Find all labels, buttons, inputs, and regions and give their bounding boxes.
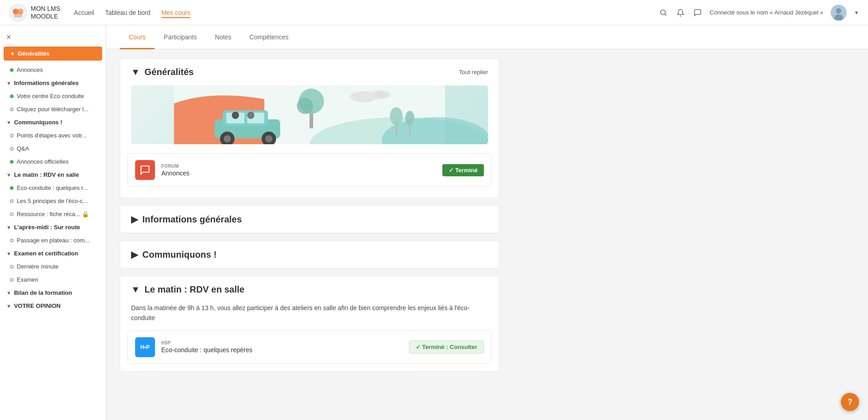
brand-top-label: MON LMS [31, 5, 60, 13]
chevron-down-icon: ▼ [6, 172, 11, 178]
help-button[interactable]: ? [841, 393, 859, 411]
svg-point-17 [297, 98, 313, 114]
svg-point-31 [247, 112, 254, 119]
sidebar-section-communiquons[interactable]: ▼ Communiquons ! [0, 116, 106, 129]
sidebar-item-annonces[interactable]: Annonces [0, 63, 106, 76]
tab-notes[interactable]: Notes [206, 25, 241, 49]
sidebar-section-label: Généralités [18, 50, 50, 57]
sidebar-item-derniere-minute[interactable]: Dernière minute [0, 260, 106, 273]
navbar: MON LMS MOODLE Accueil Tableau de bord M… [0, 0, 868, 25]
svg-point-30 [232, 112, 239, 119]
course-content: ▼ Généralités Tout replier [106, 49, 513, 388]
sidebar-item-points-etapes[interactable]: Points d'étapes avec votr... [0, 129, 106, 142]
sidebar-item-ressource-fiche[interactable]: Ressource : fiche réca... 🔒 [0, 208, 106, 221]
dot-empty-icon [10, 265, 14, 269]
item-badge-termine[interactable]: ✓ Terminé [442, 164, 484, 176]
item-name-label: Eco-conduite : quelques repères [161, 346, 403, 354]
chevron-down-icon: ▼ [131, 284, 140, 295]
h5p-item-info: H5P Eco-conduite : quelques repères [161, 340, 403, 354]
svg-point-4 [661, 10, 666, 15]
dot-empty-icon [10, 239, 14, 242]
user-avatar[interactable] [830, 5, 847, 21]
section-communiquons-title: ▶ Communiquons ! [131, 249, 216, 260]
section-generalites-header[interactable]: ▼ Généralités Tout replier [120, 59, 499, 85]
dot-icon [10, 94, 14, 98]
tab-cours[interactable]: Cours [120, 25, 155, 49]
sidebar-section-matin[interactable]: ▼ Le matin : RDV en salle [0, 168, 106, 181]
nav-links: Accueil Tableau de bord Mes cours [74, 7, 190, 18]
chevron-down-icon: ▼ [6, 303, 11, 309]
sidebar-item-passage-plateau[interactable]: Passage en plateau : com... [0, 234, 106, 247]
chevron-right-icon: ▶ [131, 214, 138, 225]
section-matin-header[interactable]: ▼ Le matin : RDV en salle [120, 276, 499, 303]
hero-image [131, 85, 488, 144]
svg-point-21 [405, 111, 414, 125]
section-infos: ▶ Informations générales [120, 205, 499, 233]
dot-empty-icon [10, 199, 14, 203]
sidebar-section-generalites[interactable]: ▼ Généralités [4, 47, 102, 61]
h5p-icon: H•P [135, 337, 155, 357]
course-tabs: Cours Participants Notes Compétences [106, 25, 868, 49]
section-matin-title: ▼ Le matin : RDV en salle [131, 284, 244, 295]
tab-competences[interactable]: Compétences [240, 25, 297, 49]
sidebar-section-infos[interactable]: ▼ Informations générales [0, 76, 106, 90]
nav-tableau[interactable]: Tableau de bord [105, 7, 150, 18]
svg-rect-3 [14, 13, 22, 18]
chevron-down-icon: ▼ [6, 251, 11, 256]
dot-empty-icon [10, 278, 14, 282]
chevron-right-icon: ▶ [131, 249, 138, 260]
forum-item-info: FORUM Annonces [161, 164, 436, 177]
sidebar-close-button[interactable]: × [0, 30, 106, 47]
section-communiquons-header[interactable]: ▶ Communiquons ! [120, 241, 499, 268]
chevron-down-icon: ▼ [131, 67, 140, 77]
item-type-label: FORUM [161, 164, 436, 169]
tab-participants[interactable]: Participants [155, 25, 206, 49]
sidebar: × ▼ Généralités Annonces ▼ Informations … [0, 25, 106, 420]
sidebar-section-examen[interactable]: ▼ Examen et certification [0, 247, 106, 260]
sidebar-section-apres-midi[interactable]: ▼ L'après-midi : Sur route [0, 221, 106, 234]
chevron-down-icon: ▼ [6, 225, 11, 230]
chat-icon[interactable] [693, 8, 703, 18]
sidebar-item-votre-centre[interactable]: Votre centre Eco conduite [0, 90, 106, 103]
chevron-down-icon: ▼ [10, 51, 15, 57]
sidebar-item-cliquez[interactable]: Cliquez pour télécharger l... [0, 103, 106, 116]
course-item-h5p[interactable]: H•P H5P Eco-conduite : quelques repères … [127, 330, 492, 364]
navbar-right: Connecté sous le nom « Arnaud Jézéquel »… [658, 5, 859, 21]
brand-name-label: MOODLE [31, 13, 60, 20]
brand-logo [9, 4, 27, 22]
chevron-down-icon[interactable]: ▼ [854, 10, 859, 15]
brand-text: MON LMS MOODLE [31, 5, 60, 20]
section-infos-header[interactable]: ▶ Informations générales [120, 206, 499, 233]
chevron-down-icon: ▼ [6, 290, 11, 296]
bell-icon[interactable] [676, 8, 685, 18]
brand-logo-area[interactable]: MON LMS MOODLE [9, 4, 60, 22]
chevron-down-icon: ▼ [6, 120, 11, 125]
sidebar-section-bilan[interactable]: ▼ Bilan de la formation [0, 286, 106, 299]
dot-empty-icon [10, 147, 14, 151]
section-generalites-title: ▼ Généralités [131, 67, 194, 77]
nav-mes-cours[interactable]: Mes cours [161, 7, 191, 18]
content-area: Cours Participants Notes Compétences ▼ G… [106, 25, 868, 420]
item-badge-termine-consulter[interactable]: ✓ Terminé : Consulter [409, 340, 484, 354]
tout-replier-button[interactable]: Tout replier [459, 69, 488, 76]
svg-point-7 [836, 8, 841, 14]
course-item-annonces[interactable]: FORUM Annonces ✓ Terminé [127, 153, 492, 187]
search-icon[interactable] [658, 8, 668, 18]
sidebar-item-qa[interactable]: Q&A [0, 142, 106, 155]
sidebar-item-eco-conduite[interactable]: Eco-conduite : quelques r... [0, 181, 106, 194]
sidebar-item-annonces-officielles[interactable]: Annonces officielles [0, 155, 106, 168]
sidebar-item-5-principes[interactable]: Les 5 principes de l'éco-c... [0, 194, 106, 208]
section-generalites-content: FORUM Annonces ✓ Terminé [120, 85, 499, 198]
nav-accueil[interactable]: Accueil [74, 7, 94, 18]
dot-icon [10, 68, 14, 72]
sidebar-item-examen[interactable]: Examen [0, 273, 106, 286]
section-generalites: ▼ Généralités Tout replier [120, 58, 499, 198]
section-matin-description: Dans la matinée de 9h à 13 h, vous allez… [120, 303, 499, 330]
section-matin: ▼ Le matin : RDV en salle Dans la matiné… [120, 276, 499, 372]
svg-point-29 [265, 135, 272, 142]
dot-icon [10, 160, 14, 164]
chevron-down-icon: ▼ [6, 80, 11, 86]
connected-label: Connecté sous le nom « Arnaud Jézéquel » [710, 9, 824, 16]
dot-icon [10, 186, 14, 190]
sidebar-section-opinion[interactable]: ▼ VOTRE OPINION [0, 299, 106, 312]
